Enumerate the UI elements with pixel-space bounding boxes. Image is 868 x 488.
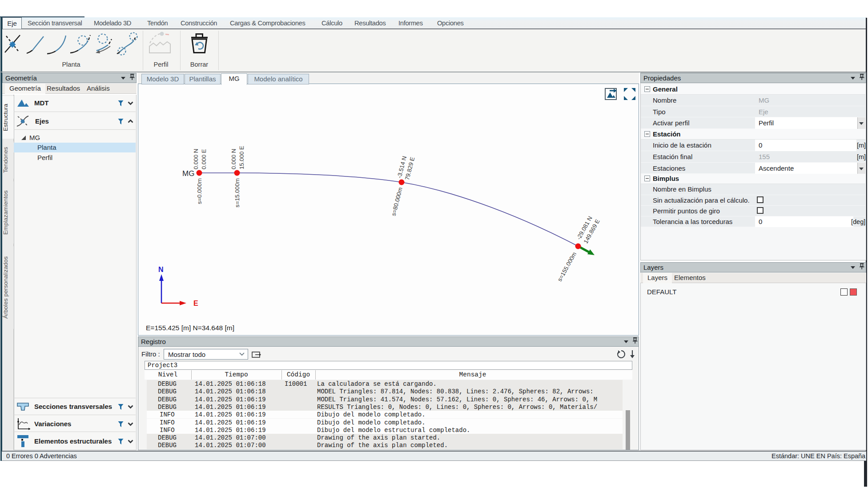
svg-text:s=15.000m: s=15.000m [234,178,241,208]
svg-text:E: E [193,300,198,307]
svg-text:MG: MG [182,169,194,178]
svg-text:15.000 E: 15.000 E [238,146,245,169]
svg-text:s=80.000m: s=80.000m [390,187,403,216]
svg-text:N: N [158,266,164,273]
svg-text:0.000 N: 0.000 N [230,149,237,169]
svg-text:0.000 E: 0.000 E [201,149,207,169]
svg-text:0.000 N: 0.000 N [193,149,199,169]
svg-text:s=0.000m: s=0.000m [196,178,203,204]
svg-text:E=155.425 [m] N=34.648 [m]: E=155.425 [m] N=34.648 [m] [146,324,234,332]
svg-text:s=155.000m: s=155.000m [556,251,578,283]
